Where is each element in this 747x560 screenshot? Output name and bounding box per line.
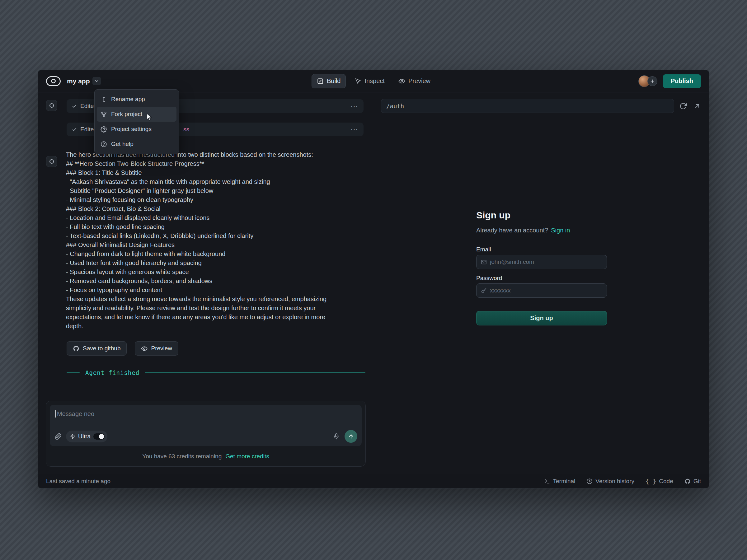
- send-button[interactable]: [344, 430, 357, 443]
- last-saved-text: Last saved a minute ago: [46, 478, 110, 485]
- menu-item-rename-app[interactable]: Rename app: [97, 92, 177, 107]
- lightning-icon: [70, 434, 75, 439]
- email-field[interactable]: john@smith.com: [476, 255, 607, 269]
- mouse-cursor-icon: [145, 113, 153, 121]
- clock-icon: [586, 478, 593, 484]
- url-input[interactable]: /auth: [381, 99, 674, 113]
- text-cursor-icon: [101, 96, 107, 103]
- git-button[interactable]: Git: [685, 478, 701, 485]
- github-icon: [73, 345, 79, 352]
- eye-icon: [398, 78, 405, 85]
- version-history-button[interactable]: Version history: [586, 478, 634, 485]
- preview-button[interactable]: Preview: [135, 341, 178, 355]
- key-icon: [481, 288, 487, 294]
- message-composer: Message neo Ultra: [46, 401, 366, 466]
- attachment-button[interactable]: [55, 433, 61, 440]
- menu-item-label: Get help: [111, 141, 133, 148]
- model-toggle[interactable]: [93, 433, 105, 439]
- plus-icon: [650, 79, 655, 84]
- menu-item-project-settings[interactable]: Project settings: [97, 122, 177, 137]
- signup-title: Sign up: [476, 210, 607, 220]
- refresh-icon[interactable]: [678, 101, 688, 111]
- message-action-buttons: Save to github Preview: [67, 341, 178, 355]
- text-caret: [55, 410, 56, 418]
- preview-url-row: /auth: [374, 92, 709, 118]
- password-field[interactable]: xxxxxxx: [476, 284, 607, 298]
- signup-form: Sign up Already have an account?Sign in …: [476, 210, 607, 325]
- tab-build[interactable]: Build: [312, 74, 346, 88]
- message-input[interactable]: Message neo Ultra: [50, 405, 362, 446]
- publish-button[interactable]: Publish: [663, 74, 701, 88]
- check-icon: [72, 127, 77, 132]
- get-more-credits-link[interactable]: Get more credits: [225, 453, 269, 459]
- tab-inspect-label: Inspect: [364, 77, 384, 85]
- open-external-icon[interactable]: [692, 101, 702, 111]
- inspect-cursor-icon: [355, 78, 361, 85]
- git-label: Git: [693, 478, 701, 485]
- status-bar: Last saved a minute ago Terminal Version…: [38, 474, 709, 488]
- check-icon: [72, 103, 77, 109]
- terminal-icon: [544, 478, 550, 484]
- statusbar-tools: Terminal Version history { } Code Git: [544, 478, 701, 485]
- git-icon: [685, 478, 691, 484]
- version-history-label: Version history: [595, 478, 634, 485]
- code-button[interactable]: { } Code: [646, 478, 673, 485]
- menu-item-label: Project settings: [111, 126, 152, 133]
- topbar-right: Publish: [638, 74, 701, 88]
- agent-message-text: The hero section has been restructured i…: [66, 150, 341, 331]
- agent-finished-divider: Agent finished: [67, 369, 365, 376]
- password-label: Password: [476, 275, 607, 282]
- save-to-github-button[interactable]: Save to github: [67, 341, 127, 355]
- tab-inspect[interactable]: Inspect: [350, 74, 389, 88]
- app-logo-icon: [46, 76, 61, 86]
- menu-item-label: Fork project: [111, 111, 142, 117]
- add-collaborator-button[interactable]: [647, 76, 658, 86]
- row-more-button[interactable]: ⋯: [351, 102, 359, 110]
- menu-item-fork-project[interactable]: Fork project: [97, 107, 177, 122]
- file-name-fragment: ss: [183, 126, 189, 133]
- menu-item-label: Rename app: [111, 96, 145, 103]
- tab-preview-label: Preview: [408, 77, 431, 85]
- chat-panel: Edited ⋯ Edited ss ⋯ The hero section ha…: [38, 92, 374, 474]
- app-window: my app Build Inspect: [38, 70, 709, 488]
- email-placeholder: john@smith.com: [490, 259, 534, 265]
- agent-finished-label: Agent finished: [85, 369, 139, 376]
- eye-icon: [141, 345, 148, 352]
- gear-icon: [101, 126, 107, 133]
- row-more-button[interactable]: ⋯: [351, 126, 359, 133]
- code-label: Code: [659, 478, 673, 485]
- preview-panel: /auth Sign up Already have an account?Si…: [374, 92, 709, 474]
- arrow-up-icon: [348, 433, 354, 439]
- mode-tabs: Build Inspect Preview: [312, 74, 435, 88]
- save-to-github-label: Save to github: [83, 345, 121, 352]
- model-label: Ultra: [78, 433, 91, 440]
- terminal-button[interactable]: Terminal: [544, 478, 575, 485]
- preview-label: Preview: [151, 345, 172, 352]
- signin-link[interactable]: Sign in: [551, 227, 570, 234]
- signup-submit-button[interactable]: Sign up: [476, 311, 607, 325]
- chevron-down-icon: [94, 78, 99, 84]
- email-label: Email: [476, 246, 607, 253]
- composer-controls: Ultra: [55, 430, 357, 443]
- preview-viewport: Sign up Already have an account?Sign in …: [374, 118, 709, 474]
- credits-remaining-text: You have 63 credits remaining: [142, 453, 222, 459]
- project-name[interactable]: my app: [67, 77, 90, 85]
- password-placeholder: xxxxxxx: [490, 287, 511, 294]
- project-dropdown-menu: Rename app Fork project Project settings…: [94, 89, 179, 154]
- build-icon: [317, 78, 324, 85]
- credits-row: You have 63 credits remainingGet more cr…: [50, 453, 362, 460]
- model-selector-ultra[interactable]: Ultra: [66, 431, 107, 443]
- message-input-placeholder: Message neo: [57, 410, 94, 418]
- mail-icon: [481, 259, 487, 265]
- agent-avatar-icon: [46, 156, 57, 167]
- agent-avatar-icon: [46, 100, 57, 111]
- braces-icon: { }: [646, 478, 656, 485]
- menu-item-get-help[interactable]: Get help: [97, 137, 177, 152]
- tab-build-label: Build: [327, 77, 340, 85]
- fork-icon: [101, 111, 107, 117]
- project-menu-chevron[interactable]: [93, 77, 101, 85]
- help-circle-icon: [101, 141, 107, 148]
- tab-preview[interactable]: Preview: [393, 74, 435, 88]
- microphone-button[interactable]: [333, 433, 340, 439]
- signin-prompt: Already have an account?: [476, 227, 548, 234]
